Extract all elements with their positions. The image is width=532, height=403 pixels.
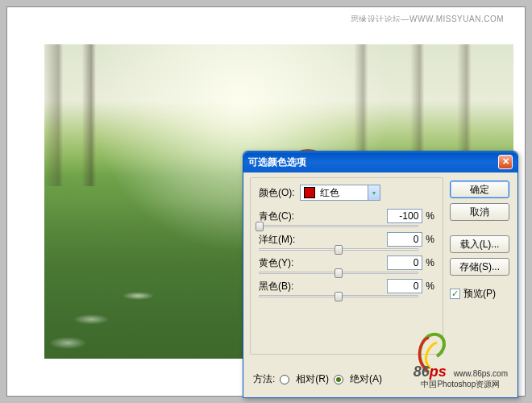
slider-yellow: 黄色(Y): % (259, 256, 434, 274)
slider-magenta: 洋红(M): % (259, 232, 434, 251)
buttons-column: 确定 取消 载入(L)... 存储(S)... ✓ 预览(P) (450, 181, 509, 301)
percent-sign: % (426, 257, 434, 268)
method-label: 方法: (253, 372, 275, 386)
chevron-down-icon: ▾ (368, 185, 380, 200)
percent-sign: % (426, 210, 434, 222)
radio-absolute-label: 绝对(A) (350, 372, 382, 386)
magenta-input[interactable] (387, 232, 422, 247)
yellow-input[interactable] (387, 256, 422, 270)
color-swatch (304, 187, 315, 198)
color-name: 红色 (320, 186, 366, 200)
percent-sign: % (426, 280, 434, 292)
radio-absolute[interactable] (334, 375, 343, 384)
method-row: 方法: 相对(R) 绝对(A) (253, 372, 382, 386)
preview-label: 预览(P) (463, 287, 496, 301)
preview-row: ✓ 预览(P) (450, 287, 509, 301)
close-button[interactable]: ✕ (498, 155, 513, 169)
ok-button[interactable]: 确定 (450, 181, 509, 198)
color-label: 颜色(O): (259, 186, 295, 200)
color-row: 颜色(O): 红色 ▾ (259, 185, 434, 201)
black-track[interactable] (259, 295, 418, 297)
dialog-titlebar[interactable]: 可选颜色选项 ✕ (243, 152, 517, 172)
save-button[interactable]: 存储(S)... (450, 258, 509, 276)
yellow-track[interactable] (259, 272, 418, 274)
slider-black: 黑色(B): % (259, 279, 434, 297)
dialog-title: 可选颜色选项 (248, 152, 306, 172)
slider-label: 黄色(Y): (259, 256, 387, 270)
load-button[interactable]: 载入(L)... (450, 235, 509, 253)
slider-cyan: 青色(C): % (259, 209, 434, 227)
radio-relative[interactable] (280, 375, 289, 384)
sliders-group: 颜色(O): 红色 ▾ 青色(C): % (250, 177, 443, 355)
watermark-sub: 中国Photoshop资源网 (421, 380, 500, 388)
watermark-logo-a: 86 (414, 364, 430, 380)
magenta-track[interactable] (259, 248, 418, 251)
watermark-bottom: 86ps www.86ps.com 中国Photoshop资源网 (414, 367, 508, 389)
slider-thumb[interactable] (335, 268, 343, 278)
dialog-body: 颜色(O): 红色 ▾ 青色(C): % (243, 172, 517, 397)
slider-thumb[interactable] (256, 222, 264, 231)
cancel-button[interactable]: 取消 (450, 203, 509, 221)
slider-label: 青色(C): (259, 210, 387, 223)
slider-thumb[interactable] (335, 245, 343, 255)
color-select[interactable]: 红色 ▾ (300, 185, 380, 201)
selective-color-dialog: 可选颜色选项 ✕ 颜色(O): 红色 ▾ 青色(C): (243, 151, 518, 398)
preview-checkbox[interactable]: ✓ (450, 289, 460, 299)
watermark-url: www.86ps.com (454, 369, 508, 378)
radio-relative-label: 相对(R) (296, 372, 329, 386)
app-canvas: 思缘设计论坛—WWW.MISSYUAN.COM 可选颜色选项 ✕ 颜色(O): (6, 6, 526, 397)
cyan-input[interactable] (387, 209, 422, 223)
slider-label: 黑色(B): (259, 280, 387, 293)
watermark-logo-b: ps (430, 364, 447, 380)
close-icon: ✕ (502, 156, 509, 166)
cyan-track[interactable] (259, 225, 418, 227)
slider-thumb[interactable] (335, 292, 343, 301)
slider-label: 洋红(M): (259, 233, 387, 247)
percent-sign: % (426, 234, 434, 245)
black-input[interactable] (387, 279, 422, 293)
